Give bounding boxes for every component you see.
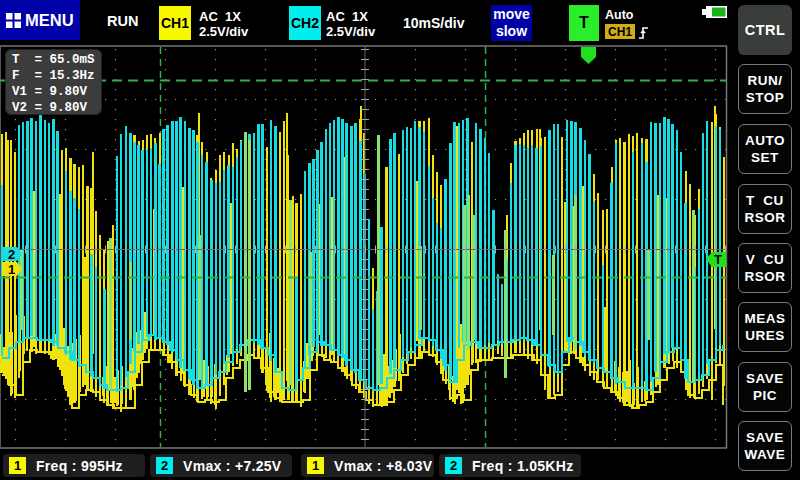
- svg-text:2: 2: [8, 247, 15, 262]
- svg-text:T: T: [714, 252, 722, 267]
- svg-text:1: 1: [8, 262, 15, 277]
